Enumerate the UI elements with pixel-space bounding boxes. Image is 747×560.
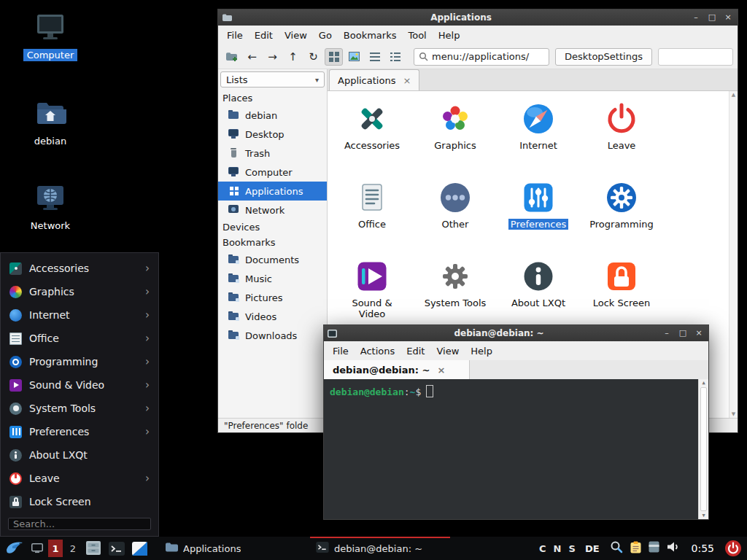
workspace-2-button[interactable]: 2: [66, 540, 80, 557]
task-button-applications[interactable]: Applications: [159, 537, 305, 560]
menu-view[interactable]: View: [430, 343, 465, 359]
menu-item-sound-video[interactable]: Sound & Video ›: [1, 373, 158, 397]
menu-item-office[interactable]: Office ›: [1, 327, 158, 350]
back-button[interactable]: ←: [243, 48, 261, 66]
sidebar-item-debian[interactable]: debian: [218, 106, 327, 125]
menu-edit[interactable]: Edit: [400, 343, 430, 359]
scrollbar-thumb[interactable]: [700, 387, 707, 511]
menu-edit[interactable]: Edit: [249, 28, 279, 43]
desktop-icon-network[interactable]: Network: [15, 184, 85, 232]
menu-item-accessories[interactable]: Accessories ›: [1, 257, 158, 280]
detailed-view-button[interactable]: [386, 48, 404, 66]
sidebar-item-documents[interactable]: Documents: [218, 250, 327, 269]
grid-item-graphics[interactable]: Graphics: [414, 101, 497, 180]
grid-item-leave[interactable]: Leave: [580, 101, 663, 180]
menu-item-about-lxqt[interactable]: About LXQt: [1, 443, 158, 467]
desktop-settings-button[interactable]: DesktopSettings: [555, 48, 652, 66]
sidebar-mode-select[interactable]: Lists ▾: [220, 71, 325, 88]
menu-item-system-tools[interactable]: System Tools ›: [1, 397, 158, 420]
sidebar-item-network[interactable]: Network: [218, 201, 327, 219]
refresh-button[interactable]: ↻: [304, 48, 322, 66]
grid-item-internet[interactable]: Internet: [497, 101, 580, 180]
thumbnail-view-button[interactable]: [345, 48, 363, 66]
menu-item-internet[interactable]: Internet ›: [1, 303, 158, 327]
scroll-down-icon[interactable]: ▼: [702, 513, 705, 518]
menu-file[interactable]: File: [327, 343, 355, 359]
maximize-button[interactable]: □: [706, 12, 718, 23]
terminal-launcher[interactable]: [106, 537, 128, 559]
grid-item-other[interactable]: Other: [414, 180, 497, 259]
menu-item-label: System Tools: [29, 402, 138, 414]
fm-titlebar[interactable]: Applications – □ ×: [218, 9, 738, 26]
sidebar-item-downloads[interactable]: Downloads: [218, 326, 327, 345]
grid-item-preferences[interactable]: Preferences: [497, 180, 580, 259]
close-button[interactable]: ×: [722, 12, 734, 23]
clipboard-tray-icon[interactable]: [630, 541, 641, 556]
menu-help[interactable]: Help: [465, 343, 498, 359]
leave-button[interactable]: [721, 537, 745, 559]
menu-go[interactable]: Go: [313, 28, 338, 43]
archive-tray-icon[interactable]: [649, 541, 659, 556]
minimize-button[interactable]: –: [661, 328, 673, 338]
menu-tool[interactable]: Tool: [402, 28, 432, 43]
numlock-indicator[interactable]: N: [554, 543, 562, 554]
grid-item-accessories[interactable]: Accessories: [330, 101, 414, 180]
tab-close-icon[interactable]: ×: [437, 365, 445, 376]
status-text: "Preferences" folde: [224, 421, 308, 431]
file-manager-launcher[interactable]: [82, 537, 104, 559]
grid-item-programming[interactable]: Programming: [580, 180, 663, 259]
trash-icon: [228, 148, 240, 158]
menu-item-leave[interactable]: Leave ›: [1, 467, 158, 490]
menu-item-preferences[interactable]: Preferences ›: [1, 420, 158, 443]
scroll-up-icon[interactable]: ▲: [732, 92, 735, 98]
sidebar-item-applications[interactable]: Applications: [218, 182, 327, 201]
menu-search-input[interactable]: [8, 518, 151, 530]
path-input[interactable]: menu://applications/: [414, 48, 549, 66]
keyboard-layout-indicator[interactable]: DE: [585, 543, 600, 554]
menu-item-lock-screen[interactable]: Lock Screen: [1, 490, 158, 513]
up-button[interactable]: ↑: [284, 48, 302, 66]
screenshot-tray-icon[interactable]: [610, 540, 623, 556]
terminal-titlebar[interactable]: debian@debian: ~ – □ ×: [324, 325, 708, 341]
desktop-icon-computer[interactable]: Computer: [15, 13, 85, 61]
task-button-terminal[interactable]: debian@debian: ~: [310, 537, 456, 560]
forward-button[interactable]: →: [263, 48, 282, 66]
menu-item-programming[interactable]: Programming ›: [1, 350, 158, 373]
scroll-down-icon[interactable]: ▼: [732, 411, 735, 417]
sidebar-item-pictures[interactable]: Pictures: [218, 288, 327, 307]
sidebar-item-computer[interactable]: Computer: [218, 163, 327, 182]
clock[interactable]: 0:55: [692, 542, 714, 554]
scrolllock-indicator[interactable]: S: [569, 543, 576, 554]
terminal-tab[interactable]: debian@debian: ~ ×: [324, 360, 470, 379]
menu-item-graphics[interactable]: Graphics ›: [1, 280, 158, 303]
close-button[interactable]: ×: [693, 328, 705, 338]
new-tab-button[interactable]: [222, 48, 241, 66]
menu-bookmarks[interactable]: Bookmarks: [338, 28, 403, 43]
terminal-scrollbar[interactable]: ▲ ▼: [698, 379, 708, 519]
volume-icon[interactable]: [667, 541, 681, 556]
editor-launcher[interactable]: [129, 537, 150, 559]
terminal-output[interactable]: debian@debian:~$ ▲ ▼: [324, 379, 708, 519]
show-desktop-button[interactable]: [28, 537, 46, 559]
sidebar-item-desktop[interactable]: Desktop: [218, 125, 327, 144]
menu-view[interactable]: View: [279, 28, 313, 43]
main-menu-button[interactable]: [2, 537, 27, 559]
scroll-up-icon[interactable]: ▲: [702, 380, 705, 386]
workspace-1-button[interactable]: 1: [48, 540, 63, 557]
compact-view-button[interactable]: [365, 48, 384, 66]
grid-item-office[interactable]: Office: [330, 180, 414, 259]
menu-actions[interactable]: Actions: [355, 343, 401, 359]
capslock-indicator[interactable]: C: [539, 543, 546, 554]
sidebar-item-trash[interactable]: Trash: [218, 144, 327, 163]
vertical-scrollbar[interactable]: ▲ ▼: [729, 91, 738, 418]
minimize-button[interactable]: –: [690, 12, 702, 23]
menu-file[interactable]: File: [221, 28, 249, 43]
icon-view-button[interactable]: [325, 48, 343, 66]
tab-applications[interactable]: Applications ×: [329, 69, 419, 90]
maximize-button[interactable]: □: [677, 328, 689, 338]
sidebar-item-music[interactable]: Music: [218, 269, 327, 288]
menu-help[interactable]: Help: [433, 28, 466, 43]
tab-close-icon[interactable]: ×: [403, 75, 411, 86]
desktop-icon-debian[interactable]: debian: [15, 99, 85, 147]
sidebar-item-videos[interactable]: Videos: [218, 307, 327, 326]
